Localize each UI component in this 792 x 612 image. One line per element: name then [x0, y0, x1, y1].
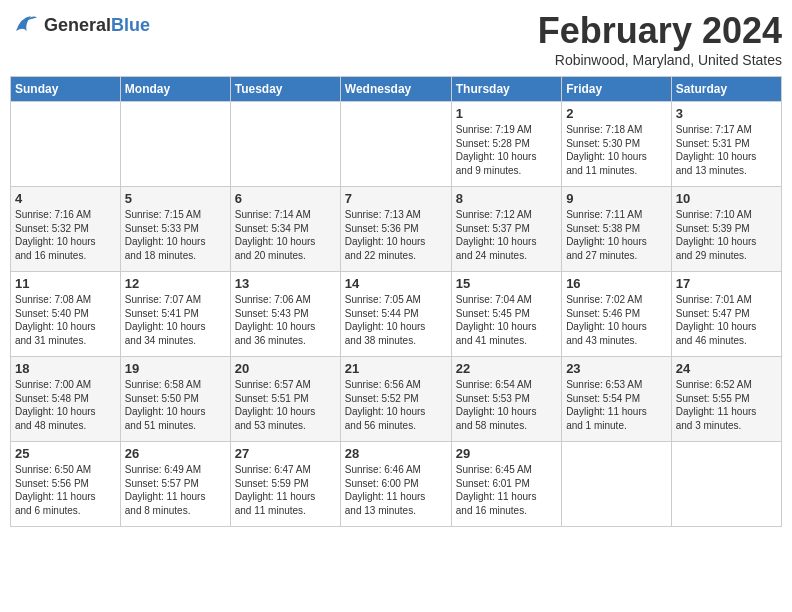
header-day-tuesday: Tuesday: [230, 77, 340, 102]
day-number: 13: [235, 276, 336, 291]
calendar-header: SundayMondayTuesdayWednesdayThursdayFrid…: [11, 77, 782, 102]
day-info: Sunrise: 6:57 AM Sunset: 5:51 PM Dayligh…: [235, 378, 336, 432]
calendar-cell: 16Sunrise: 7:02 AM Sunset: 5:46 PM Dayli…: [562, 272, 672, 357]
logo-text-general: General: [44, 15, 111, 35]
calendar-cell: [562, 442, 672, 527]
calendar-cell: 24Sunrise: 6:52 AM Sunset: 5:55 PM Dayli…: [671, 357, 781, 442]
day-info: Sunrise: 7:01 AM Sunset: 5:47 PM Dayligh…: [676, 293, 777, 347]
calendar-cell: 28Sunrise: 6:46 AM Sunset: 6:00 PM Dayli…: [340, 442, 451, 527]
calendar-cell: 15Sunrise: 7:04 AM Sunset: 5:45 PM Dayli…: [451, 272, 561, 357]
calendar-cell: [340, 102, 451, 187]
day-info: Sunrise: 7:12 AM Sunset: 5:37 PM Dayligh…: [456, 208, 557, 262]
day-number: 15: [456, 276, 557, 291]
header-day-saturday: Saturday: [671, 77, 781, 102]
calendar-cell: 18Sunrise: 7:00 AM Sunset: 5:48 PM Dayli…: [11, 357, 121, 442]
calendar-cell: 9Sunrise: 7:11 AM Sunset: 5:38 PM Daylig…: [562, 187, 672, 272]
calendar-cell: 22Sunrise: 6:54 AM Sunset: 5:53 PM Dayli…: [451, 357, 561, 442]
calendar-week-4: 18Sunrise: 7:00 AM Sunset: 5:48 PM Dayli…: [11, 357, 782, 442]
calendar-cell: [230, 102, 340, 187]
header-day-sunday: Sunday: [11, 77, 121, 102]
calendar-cell: 8Sunrise: 7:12 AM Sunset: 5:37 PM Daylig…: [451, 187, 561, 272]
calendar-cell: 6Sunrise: 7:14 AM Sunset: 5:34 PM Daylig…: [230, 187, 340, 272]
day-number: 19: [125, 361, 226, 376]
calendar-cell: 13Sunrise: 7:06 AM Sunset: 5:43 PM Dayli…: [230, 272, 340, 357]
day-info: Sunrise: 7:02 AM Sunset: 5:46 PM Dayligh…: [566, 293, 667, 347]
day-info: Sunrise: 7:19 AM Sunset: 5:28 PM Dayligh…: [456, 123, 557, 177]
day-info: Sunrise: 7:18 AM Sunset: 5:30 PM Dayligh…: [566, 123, 667, 177]
day-info: Sunrise: 6:46 AM Sunset: 6:00 PM Dayligh…: [345, 463, 447, 517]
day-number: 24: [676, 361, 777, 376]
calendar-cell: 10Sunrise: 7:10 AM Sunset: 5:39 PM Dayli…: [671, 187, 781, 272]
day-info: Sunrise: 6:52 AM Sunset: 5:55 PM Dayligh…: [676, 378, 777, 432]
calendar-cell: 23Sunrise: 6:53 AM Sunset: 5:54 PM Dayli…: [562, 357, 672, 442]
day-info: Sunrise: 6:45 AM Sunset: 6:01 PM Dayligh…: [456, 463, 557, 517]
calendar-cell: 17Sunrise: 7:01 AM Sunset: 5:47 PM Dayli…: [671, 272, 781, 357]
day-info: Sunrise: 7:11 AM Sunset: 5:38 PM Dayligh…: [566, 208, 667, 262]
page-header: GeneralBlue February 2024 Robinwood, Mar…: [10, 10, 782, 68]
day-info: Sunrise: 7:17 AM Sunset: 5:31 PM Dayligh…: [676, 123, 777, 177]
day-info: Sunrise: 7:07 AM Sunset: 5:41 PM Dayligh…: [125, 293, 226, 347]
day-info: Sunrise: 6:49 AM Sunset: 5:57 PM Dayligh…: [125, 463, 226, 517]
day-number: 3: [676, 106, 777, 121]
day-info: Sunrise: 7:15 AM Sunset: 5:33 PM Dayligh…: [125, 208, 226, 262]
day-number: 18: [15, 361, 116, 376]
calendar-cell: 3Sunrise: 7:17 AM Sunset: 5:31 PM Daylig…: [671, 102, 781, 187]
header-row: SundayMondayTuesdayWednesdayThursdayFrid…: [11, 77, 782, 102]
day-number: 6: [235, 191, 336, 206]
calendar-week-2: 4Sunrise: 7:16 AM Sunset: 5:32 PM Daylig…: [11, 187, 782, 272]
calendar-body: 1Sunrise: 7:19 AM Sunset: 5:28 PM Daylig…: [11, 102, 782, 527]
header-day-friday: Friday: [562, 77, 672, 102]
day-number: 20: [235, 361, 336, 376]
day-number: 28: [345, 446, 447, 461]
day-number: 4: [15, 191, 116, 206]
title-block: February 2024 Robinwood, Maryland, Unite…: [538, 10, 782, 68]
calendar-cell: 2Sunrise: 7:18 AM Sunset: 5:30 PM Daylig…: [562, 102, 672, 187]
day-info: Sunrise: 7:16 AM Sunset: 5:32 PM Dayligh…: [15, 208, 116, 262]
logo-icon: [10, 10, 40, 40]
calendar-cell: 11Sunrise: 7:08 AM Sunset: 5:40 PM Dayli…: [11, 272, 121, 357]
day-number: 27: [235, 446, 336, 461]
day-number: 8: [456, 191, 557, 206]
day-info: Sunrise: 7:05 AM Sunset: 5:44 PM Dayligh…: [345, 293, 447, 347]
day-info: Sunrise: 7:14 AM Sunset: 5:34 PM Dayligh…: [235, 208, 336, 262]
calendar-cell: [671, 442, 781, 527]
day-number: 2: [566, 106, 667, 121]
logo: GeneralBlue: [10, 10, 150, 40]
header-day-monday: Monday: [120, 77, 230, 102]
day-number: 21: [345, 361, 447, 376]
calendar-cell: 21Sunrise: 6:56 AM Sunset: 5:52 PM Dayli…: [340, 357, 451, 442]
calendar-cell: [11, 102, 121, 187]
day-number: 14: [345, 276, 447, 291]
day-number: 11: [15, 276, 116, 291]
calendar-cell: 7Sunrise: 7:13 AM Sunset: 5:36 PM Daylig…: [340, 187, 451, 272]
header-day-thursday: Thursday: [451, 77, 561, 102]
day-number: 12: [125, 276, 226, 291]
day-number: 10: [676, 191, 777, 206]
day-number: 22: [456, 361, 557, 376]
day-info: Sunrise: 7:06 AM Sunset: 5:43 PM Dayligh…: [235, 293, 336, 347]
day-number: 9: [566, 191, 667, 206]
day-info: Sunrise: 6:56 AM Sunset: 5:52 PM Dayligh…: [345, 378, 447, 432]
day-info: Sunrise: 7:08 AM Sunset: 5:40 PM Dayligh…: [15, 293, 116, 347]
day-info: Sunrise: 7:10 AM Sunset: 5:39 PM Dayligh…: [676, 208, 777, 262]
day-info: Sunrise: 7:04 AM Sunset: 5:45 PM Dayligh…: [456, 293, 557, 347]
month-title: February 2024: [538, 10, 782, 52]
location-text: Robinwood, Maryland, United States: [538, 52, 782, 68]
calendar-cell: 5Sunrise: 7:15 AM Sunset: 5:33 PM Daylig…: [120, 187, 230, 272]
calendar-week-3: 11Sunrise: 7:08 AM Sunset: 5:40 PM Dayli…: [11, 272, 782, 357]
calendar-cell: 26Sunrise: 6:49 AM Sunset: 5:57 PM Dayli…: [120, 442, 230, 527]
day-number: 23: [566, 361, 667, 376]
day-number: 16: [566, 276, 667, 291]
calendar-cell: [120, 102, 230, 187]
day-number: 17: [676, 276, 777, 291]
day-number: 5: [125, 191, 226, 206]
calendar-cell: 14Sunrise: 7:05 AM Sunset: 5:44 PM Dayli…: [340, 272, 451, 357]
calendar-cell: 4Sunrise: 7:16 AM Sunset: 5:32 PM Daylig…: [11, 187, 121, 272]
day-info: Sunrise: 6:54 AM Sunset: 5:53 PM Dayligh…: [456, 378, 557, 432]
day-info: Sunrise: 6:50 AM Sunset: 5:56 PM Dayligh…: [15, 463, 116, 517]
logo-text-blue: Blue: [111, 15, 150, 35]
calendar-cell: 25Sunrise: 6:50 AM Sunset: 5:56 PM Dayli…: [11, 442, 121, 527]
day-number: 26: [125, 446, 226, 461]
calendar-cell: 19Sunrise: 6:58 AM Sunset: 5:50 PM Dayli…: [120, 357, 230, 442]
calendar-cell: 27Sunrise: 6:47 AM Sunset: 5:59 PM Dayli…: [230, 442, 340, 527]
